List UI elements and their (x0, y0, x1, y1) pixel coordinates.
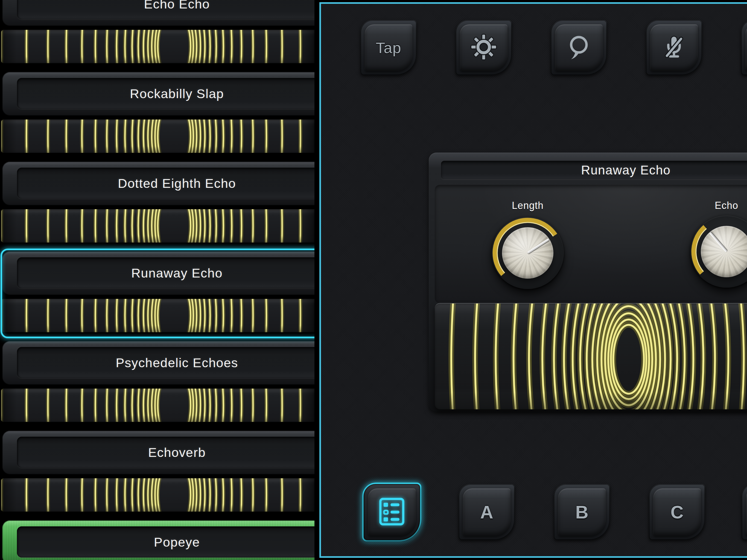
knob-area: Length Echo (435, 185, 747, 303)
preset-label: Popeye (154, 535, 200, 550)
button-face (650, 24, 698, 71)
preset-list: Echo EchoRockabilly SlapDotted Eighth Ec… (0, 0, 314, 560)
preset-ripple-thumbnail (1, 478, 314, 512)
chat-button[interactable] (551, 20, 607, 75)
gear-icon (469, 33, 498, 62)
button-face (746, 488, 747, 536)
toolbar-button-partial[interactable] (741, 20, 747, 75)
preset-item[interactable]: Echo Echo (0, 0, 314, 69)
preset-item[interactable]: Echoverb (0, 428, 314, 518)
preset-list-icon (376, 496, 408, 529)
preset-title-bar[interactable]: Runaway Echo (2, 251, 314, 295)
preset-ripple-thumbnail (1, 209, 314, 243)
button-face (555, 24, 602, 71)
preset-detail-title: Runaway Echo (581, 163, 670, 177)
preset-label: Echo Echo (144, 0, 210, 11)
preset-title-bar[interactable]: Psychedelic Echoes (2, 341, 314, 385)
button-face (368, 488, 416, 536)
preset-title-inner: Rockabilly Slap (17, 78, 314, 109)
mic-muted-icon (660, 33, 688, 62)
preset-detail-box: Runaway Echo Length Echo (429, 153, 747, 411)
preset-title-bar[interactable]: Echoverb (2, 431, 314, 475)
preset-title-bar[interactable]: Echo Echo (2, 0, 314, 26)
preset-title-inner: Echoverb (17, 437, 314, 468)
preset-ripple-thumbnail (1, 30, 314, 63)
bank-c-button[interactable]: C (649, 484, 705, 540)
effect-panel: Tap (319, 2, 747, 558)
preset-ripple-thumbnail (1, 120, 314, 153)
preset-title-bar[interactable]: Popeye (2, 520, 314, 560)
preset-title-inner: Psychedelic Echoes (17, 347, 314, 378)
bank-b-button[interactable]: B (554, 484, 610, 540)
preset-item[interactable]: Popeye (0, 518, 314, 560)
button-face: C (653, 488, 701, 536)
speech-bubble-icon (565, 33, 593, 62)
tap-label: Tap (376, 39, 401, 57)
preset-label: Echoverb (148, 445, 206, 460)
delay-effect-app: Echo EchoRockabilly SlapDotted Eighth Ec… (0, 0, 747, 560)
button-face: B (558, 488, 606, 536)
length-knob[interactable] (492, 217, 564, 289)
preset-item[interactable]: Runaway Echo (0, 249, 314, 338)
preset-list-toggle-button[interactable] (364, 484, 420, 540)
echo-knob[interactable] (690, 215, 747, 288)
preset-title-inner: Runaway Echo (17, 257, 314, 288)
bank-c-label: C (670, 502, 684, 523)
mic-muted-button[interactable] (646, 20, 702, 75)
bank-a-button[interactable]: A (459, 484, 515, 540)
length-knob-label: Length (487, 200, 569, 211)
preset-label: Dotted Eighth Echo (118, 176, 236, 191)
bank-b-label: B (575, 502, 588, 523)
bank-button-partial[interactable] (742, 484, 747, 540)
echo-knob-label: Echo (686, 200, 747, 211)
bank-a-label: A (480, 502, 493, 523)
button-face: A (463, 488, 511, 536)
tap-tempo-button[interactable]: Tap (360, 20, 417, 75)
preset-title-inner: Echo Echo (17, 0, 314, 19)
button-face (460, 24, 508, 71)
preset-title-inner: Popeye (17, 526, 314, 558)
preset-label: Rockabilly Slap (130, 86, 224, 101)
preset-item[interactable]: Rockabilly Slap (0, 69, 314, 159)
preset-title-inner: Dotted Eighth Echo (17, 168, 314, 199)
settings-button[interactable] (456, 20, 512, 75)
button-face (745, 24, 747, 71)
preset-item[interactable]: Dotted Eighth Echo (0, 159, 314, 249)
preset-detail-title-bar: Runaway Echo (441, 161, 747, 179)
preset-ripple-thumbnail (1, 388, 314, 422)
main-ripple (435, 303, 747, 409)
preset-item[interactable]: Psychedelic Echoes (0, 338, 314, 428)
preset-ripple-thumbnail (1, 299, 314, 332)
preset-label: Runaway Echo (131, 265, 223, 281)
preset-title-bar[interactable]: Rockabilly Slap (2, 72, 314, 116)
button-face: Tap (365, 24, 412, 71)
preset-label: Psychedelic Echoes (115, 355, 238, 370)
preset-title-bar[interactable]: Dotted Eighth Echo (2, 161, 314, 205)
